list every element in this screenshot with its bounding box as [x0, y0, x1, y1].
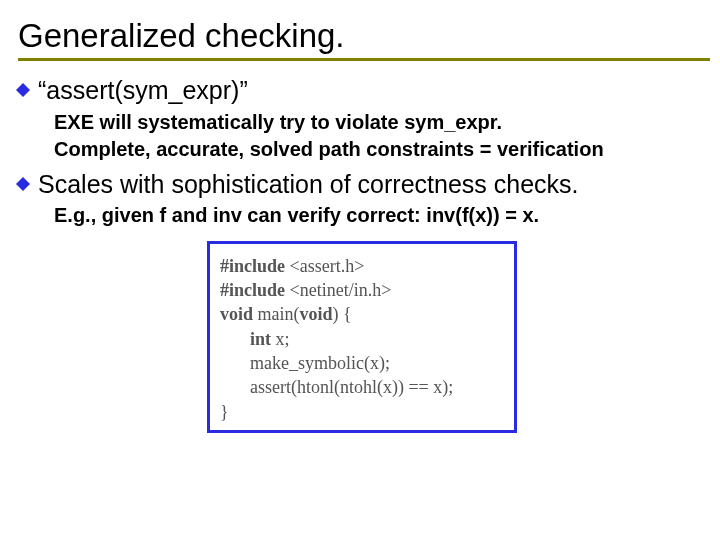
diamond-bullet-icon [16, 83, 30, 97]
sub-bullet-text: EXE will systematically try to violate s… [54, 109, 710, 136]
code-text: make_symbolic(x); [250, 353, 390, 373]
sub-bullet-block: E.g., given f and inv can verify correct… [54, 202, 710, 229]
code-keyword: #include [220, 256, 285, 276]
code-keyword: int [250, 329, 271, 349]
code-keyword: void [220, 304, 253, 324]
code-line: #include <netinet/in.h> [220, 278, 504, 302]
code-line: assert(htonl(ntohl(x)) == x); [220, 375, 504, 399]
diamond-bullet-icon [16, 177, 30, 191]
code-line: make_symbolic(x); [220, 351, 504, 375]
code-text: main( [253, 304, 300, 324]
code-line: int x; [220, 327, 504, 351]
sub-bullet-block: EXE will systematically try to violate s… [54, 109, 710, 163]
code-text: x; [271, 329, 290, 349]
bullet-text: Scales with sophistication of correctnes… [38, 169, 579, 200]
code-text: ) { [333, 304, 352, 324]
slide: Generalized checking. “assert(sym_expr)”… [0, 0, 720, 540]
code-text: <assert.h> [290, 256, 365, 276]
title-underline [18, 58, 710, 61]
svg-marker-1 [16, 177, 30, 191]
bullet-row: “assert(sym_expr)” [16, 75, 710, 106]
sub-bullet-text: E.g., given f and inv can verify correct… [54, 202, 710, 229]
code-text: <netinet/in.h> [290, 280, 392, 300]
code-box: #include <assert.h> #include <netinet/in… [207, 241, 517, 433]
slide-title: Generalized checking. [18, 18, 710, 54]
code-text: assert(htonl(ntohl(x)) == x); [250, 377, 453, 397]
title-block: Generalized checking. [14, 18, 710, 61]
bullet-row: Scales with sophistication of correctnes… [16, 169, 710, 200]
bullet-text: “assert(sym_expr)” [38, 75, 248, 106]
code-line: #include <assert.h> [220, 254, 504, 278]
code-keyword: void [300, 304, 333, 324]
svg-marker-0 [16, 83, 30, 97]
sub-bullet-text: Complete, accurate, solved path constrai… [54, 136, 710, 163]
code-line: void main(void) { [220, 302, 504, 326]
code-line: } [220, 400, 504, 424]
code-text: } [220, 402, 229, 422]
code-keyword: #include [220, 280, 285, 300]
